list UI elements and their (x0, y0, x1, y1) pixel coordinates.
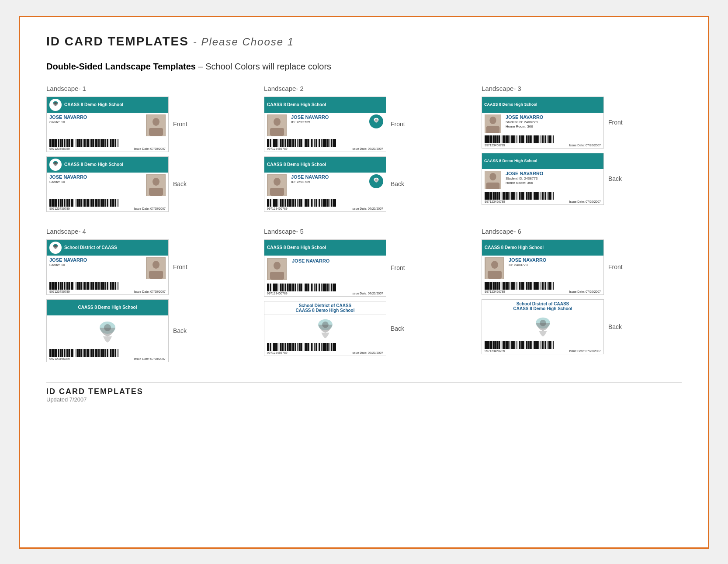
svg-rect-12 (270, 128, 284, 136)
back-line2-5b: CAASS 8 Demo High School (267, 308, 383, 313)
template-label-1: Landscape- 1 (46, 85, 246, 92)
id-card-back-6[interactable]: School District of CAASS CAASS 8 Demo Hi… (482, 299, 604, 354)
back-line1-6b: School District of CAASS (485, 301, 601, 306)
page-title: ID CARD TEMPLATES - Please Choose 1 (46, 35, 682, 48)
card-row-back-3[interactable]: CAASS 8 Demo High School JOSE NAVARRO St… (482, 153, 682, 205)
template-group-4: Landscape- 4 School District of CAASS JO… (46, 228, 246, 365)
front-label-4: Front (173, 263, 191, 270)
svg-rect-4 (149, 128, 163, 136)
svg-rect-40 (488, 271, 502, 279)
school-name-6f: CAASS 8 Demo High School (485, 245, 601, 250)
id-card-front-3[interactable]: CAASS 8 Demo High School JOSE NAVARRO St… (482, 97, 604, 149)
template-group-2: Landscape- 2 CAASS 8 Demo High School JO… (264, 85, 464, 215)
school-logo-2f (369, 114, 383, 128)
svg-rect-25 (486, 182, 499, 189)
student-photo-6f (485, 257, 504, 279)
student-name-1b: JOSE NAVARRO (49, 174, 143, 180)
card-row-front-2[interactable]: CAASS 8 Demo High School JOSE NAVARRO ID… (264, 97, 464, 152)
student-name-4f: JOSE NAVARRO (49, 257, 143, 263)
school-name-1b: CAASS 8 Demo High School (64, 162, 166, 167)
svg-point-24 (489, 173, 496, 180)
footer-title: ID CARD TEMPLATES (46, 387, 682, 396)
student-detail-4f: Grade: 10 (49, 263, 143, 267)
student-detail-1b: Grade: 10 (49, 180, 143, 184)
id-card-front-2[interactable]: CAASS 8 Demo High School JOSE NAVARRO ID… (264, 97, 386, 152)
school-name-2f: CAASS 8 Demo High School (267, 102, 383, 107)
card-row-back-5[interactable]: School District of CAASS CAASS 8 Demo Hi… (264, 301, 464, 356)
student-detail-3b-1: Student ID: 2408773 (506, 176, 601, 180)
school-logo-2b (369, 174, 383, 188)
svg-point-34 (274, 262, 281, 270)
front-label-2: Front (391, 121, 408, 128)
svg-point-37 (322, 322, 329, 328)
card-row-back-6[interactable]: School District of CAASS CAASS 8 Demo Hi… (482, 299, 682, 354)
svg-point-39 (491, 261, 498, 269)
card-row-front-4[interactable]: School District of CAASS JOSE NAVARRO Gr… (46, 239, 246, 295)
id-card-front-5[interactable]: CAASS 8 Demo High School JOSE NAVARRO 99… (264, 239, 386, 297)
card-row-front-3[interactable]: CAASS 8 Demo High School JOSE NAVARRO St… (482, 97, 682, 149)
template-group-5: Landscape- 5 CAASS 8 Demo High School JO… (264, 228, 464, 365)
svg-rect-30 (149, 271, 163, 279)
card-row-back-4[interactable]: CAASS 8 Demo High School 997123456789Iss… (46, 299, 246, 362)
svg-point-32 (104, 324, 111, 331)
id-card-back-3[interactable]: CAASS 8 Demo High School JOSE NAVARRO St… (482, 153, 604, 205)
svg-rect-17 (270, 188, 284, 196)
template-group-3: Landscape- 3 CAASS 8 Demo High School JO… (482, 85, 682, 215)
footer-sub: Updated 7/2007 (46, 396, 682, 403)
back-logo-6b (482, 313, 603, 340)
student-photo-2b (267, 174, 287, 196)
svg-point-19 (375, 178, 378, 181)
student-photo-3b (485, 171, 501, 189)
school-name-4f: School District of CAASS (64, 245, 166, 250)
back-logo-5b (264, 315, 386, 342)
svg-point-1 (54, 102, 57, 104)
svg-point-8 (153, 178, 159, 186)
svg-rect-22 (486, 126, 499, 132)
id-card-front-4[interactable]: School District of CAASS JOSE NAVARRO Gr… (46, 239, 169, 295)
school-name-2b: CAASS 8 Demo High School (267, 162, 383, 167)
template-label-4: Landscape- 4 (46, 228, 246, 235)
front-label-3: Front (608, 119, 626, 126)
template-label-5: Landscape- 5 (264, 228, 464, 235)
subtitle-text: Please Choose 1 (201, 36, 294, 48)
student-photo-4f (146, 257, 166, 279)
svg-point-14 (375, 118, 378, 121)
card-back-logo-center-4 (47, 315, 168, 348)
student-name-2b: JOSE NAVARRO (291, 174, 367, 180)
main-page: ID CARD TEMPLATES - Please Choose 1 Doub… (19, 16, 709, 549)
card-row-front-5[interactable]: CAASS 8 Demo High School JOSE NAVARRO 99… (264, 239, 464, 297)
student-detail-3b-2: Home Room: 366 (506, 181, 601, 185)
card-row-front-6[interactable]: CAASS 8 Demo High School JOSE NAVARRO ID… (482, 239, 682, 295)
id-card-front-1[interactable]: CAASS 8 Demo High School JOSE NAVARRO Gr… (46, 97, 169, 152)
id-card-back-5[interactable]: School District of CAASS CAASS 8 Demo Hi… (264, 301, 386, 356)
student-detail-3f-2: Home Room: 366 (506, 125, 601, 128)
back-line1-5b: School District of CAASS (267, 303, 383, 308)
school-logo-4f (49, 242, 62, 254)
front-label-5: Front (391, 264, 408, 271)
school-name-3f: CAASS 8 Demo High School (484, 102, 601, 107)
id-card-back-2[interactable]: CAASS 8 Demo High School JOSE NAVARRO ID… (264, 156, 386, 212)
svg-point-3 (153, 118, 159, 126)
card-row-back-1[interactable]: CAASS 8 Demo High School JOSE NAVARRO Gr… (46, 156, 246, 212)
student-detail-2b: ID: 7692735 (291, 180, 367, 184)
student-name-2f: JOSE NAVARRO (291, 114, 367, 120)
student-photo-1f (146, 114, 166, 136)
template-label-6: Landscape- 6 (482, 228, 682, 235)
section-title: Double-Sided Landscape Templates – Schoo… (46, 62, 682, 72)
student-name-6f: JOSE NAVARRO (509, 257, 601, 263)
card-row-front-1[interactable]: CAASS 8 Demo High School JOSE NAVARRO Gr… (46, 97, 246, 152)
dual-header-5b: School District of CAASS CAASS 8 Demo Hi… (264, 301, 386, 315)
card-row-back-2[interactable]: CAASS 8 Demo High School JOSE NAVARRO ID… (264, 156, 464, 212)
student-photo-1b (146, 174, 166, 196)
id-card-front-6[interactable]: CAASS 8 Demo High School JOSE NAVARRO ID… (482, 239, 604, 295)
student-detail-6f: ID: 2408773 (509, 263, 601, 267)
page-footer: ID CARD TEMPLATES Updated 7/2007 (46, 382, 682, 403)
id-card-back-4[interactable]: CAASS 8 Demo High School 997123456789Iss… (46, 299, 169, 362)
back-label-3: Back (608, 175, 626, 182)
svg-point-21 (489, 116, 496, 124)
front-label-1: Front (173, 121, 191, 128)
back-label-6: Back (608, 323, 626, 330)
id-card-back-1[interactable]: CAASS 8 Demo High School JOSE NAVARRO Gr… (46, 156, 169, 212)
student-detail-2f: ID: 7692735 (291, 120, 367, 124)
student-photo-5f (267, 258, 287, 280)
